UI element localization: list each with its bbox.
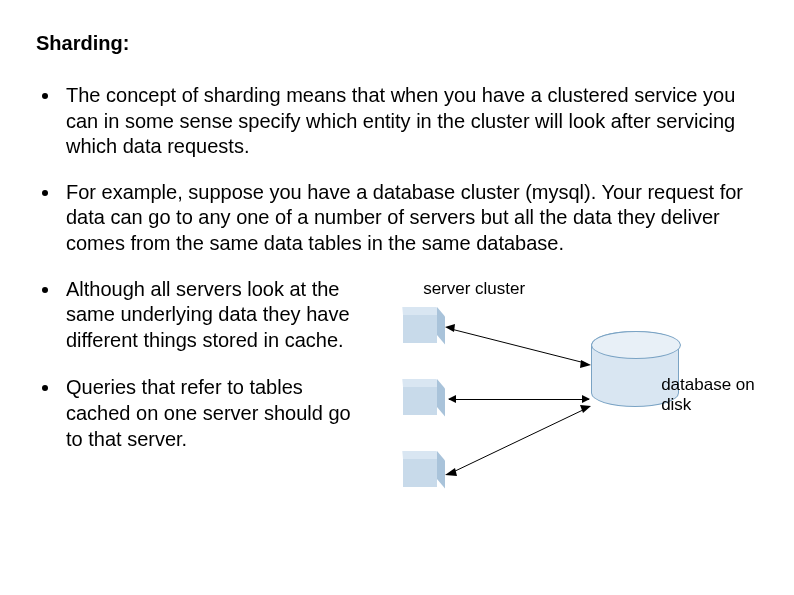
svg-marker-1 (445, 324, 455, 332)
arrow-icon (449, 399, 589, 400)
bullet-marker (42, 190, 48, 196)
server-cluster-label: server cluster (423, 279, 525, 299)
bullet-text: Although all servers look at the same un… (66, 277, 363, 354)
bullet-marker (42, 385, 48, 391)
bullet-text: Queries that refer to tables cached on o… (66, 375, 363, 452)
bullet-marker (42, 287, 48, 293)
svg-marker-2 (580, 360, 591, 368)
diagram: server cluster database on disk (373, 279, 758, 499)
bottom-section: Although all servers look at the same un… (36, 277, 758, 499)
left-bullets: Although all servers look at the same un… (36, 277, 363, 453)
server-box-icon (403, 387, 437, 415)
svg-line-0 (451, 329, 585, 363)
database-label: database on disk (661, 375, 758, 416)
slide-title: Sharding: (36, 32, 758, 55)
slide-content: The concept of sharding means that when … (36, 83, 758, 499)
bullet-item: Although all servers look at the same un… (36, 277, 363, 354)
bullet-marker (42, 93, 48, 99)
arrow-icon (445, 401, 591, 481)
svg-marker-4 (445, 468, 457, 476)
bullet-item: The concept of sharding means that when … (36, 83, 758, 160)
bullet-item: Queries that refer to tables cached on o… (36, 375, 363, 452)
bullet-text: For example, suppose you have a database… (66, 180, 746, 257)
bullet-item: For example, suppose you have a database… (36, 180, 758, 257)
server-box-icon (403, 459, 437, 487)
bullet-text: The concept of sharding means that when … (66, 83, 746, 160)
svg-line-3 (451, 409, 585, 473)
arrow-icon (445, 319, 591, 379)
svg-marker-5 (580, 405, 591, 413)
server-box-icon (403, 315, 437, 343)
